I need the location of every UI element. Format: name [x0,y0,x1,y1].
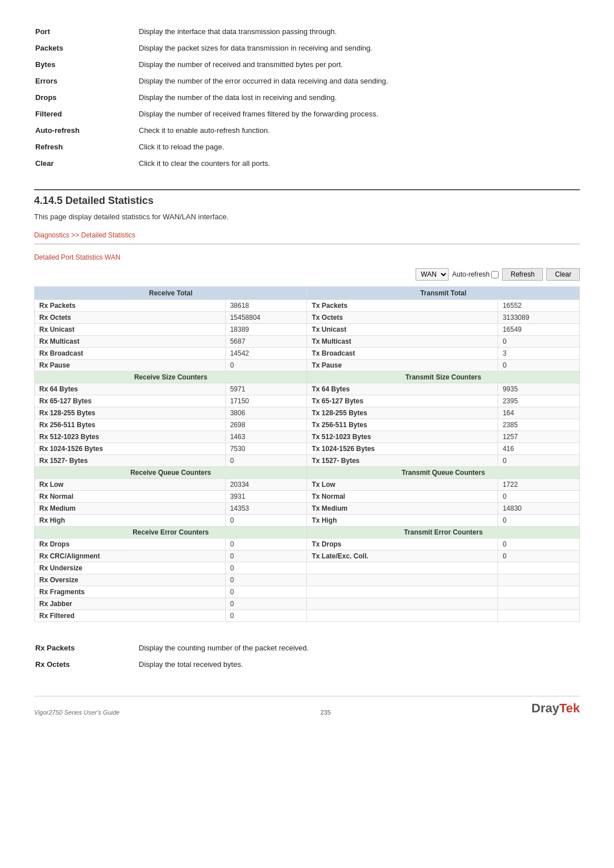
rx-val: 0 [225,574,307,586]
footer-page-number: 235 [320,709,330,716]
term: Refresh [35,139,138,155]
brand-dray: Dray [532,701,559,715]
rx-label: Rx Multicast [35,336,226,348]
rx-label: Rx Unicast [35,324,226,336]
section-description: This page display detailed statistics fo… [34,212,580,221]
tx-label [307,598,498,610]
desc: Display the packet sizes for data transm… [139,40,579,56]
rx-label: Rx Jabber [35,598,226,610]
table-row: Rx Oversize0 [35,574,580,586]
rx-val: 14353 [225,503,307,515]
rx-val: 18389 [225,324,307,336]
tx-label: Tx Late/Exc. Coll. [307,550,498,562]
rx-val: 3931 [225,491,307,503]
term: Port [35,24,138,39]
description-row: BytesDisplay the number of received and … [35,57,579,72]
tx-val [498,598,580,610]
tx-label: Tx Pause [307,360,498,372]
term: Rx Packets [35,640,138,656]
footer: Vigor2750 Series User's Guide 235 DrayTe… [34,696,580,716]
tx-val: 3 [498,348,580,360]
stats-table: Receive TotalTransmit TotalRx Packets386… [34,286,580,622]
table-row: Rx Low20334Tx Low1722 [35,479,580,491]
panel-label: Detailed Port Statistics WAN [34,253,580,261]
tx-val: 0 [498,515,580,527]
rx-label: Rx Drops [35,539,226,550]
table-row: Rx Broadcast14542Tx Broadcast3 [35,348,580,360]
rx-val: 0 [225,539,307,550]
table-row: Rx 128-255 Bytes3806Tx 128-255 Bytes164 [35,407,580,419]
rx-val: 5971 [225,383,307,395]
tx-label: Tx Low [307,479,498,491]
rx-label: Rx CRC/Alignment [35,550,226,562]
table-row: Rx Fragments0 [35,586,580,598]
tx-label: Tx 128-255 Bytes [307,407,498,419]
term: Auto-refresh [35,123,138,138]
tx-label: Tx Normal [307,491,498,503]
auto-refresh-text: Auto-refresh [452,270,489,278]
rx-val: 3806 [225,407,307,419]
rx-label: Rx Oversize [35,574,226,586]
port-select[interactable]: WANLAN [416,268,449,281]
tx-label [307,610,498,622]
rx-label: Rx Octets [35,312,226,324]
clear-button[interactable]: Clear [546,268,580,281]
rx-val: 14542 [225,348,307,360]
tx-label: Tx 65-127 Bytes [307,395,498,407]
tx-label: Tx Broadcast [307,348,498,360]
description-row: ErrorsDisplay the number of the error oc… [35,73,579,89]
table-row: Rx 65-127 Bytes17150Tx 65-127 Bytes2395 [35,395,580,407]
table-row: Rx 64 Bytes5971Tx 64 Bytes9935 [35,383,580,395]
rx-val: 7530 [225,443,307,455]
term: Clear [35,156,138,171]
bottom-desc-row: Rx OctetsDisplay the total received byte… [35,657,579,672]
table-row: Rx Jabber0 [35,598,580,610]
description-row: FilteredDisplay the number of received f… [35,106,579,122]
rx-val: 20334 [225,479,307,491]
auto-refresh-checkbox[interactable] [491,271,499,278]
table-row: Rx Multicast5687Tx Multicast0 [35,336,580,348]
rx-val: 17150 [225,395,307,407]
term: Packets [35,40,138,56]
description-table: PortDisplay the interface that data tran… [34,23,580,172]
brand-logo: DrayTek [532,701,580,716]
tx-val: 2395 [498,395,580,407]
tx-label [307,562,498,574]
rx-val: 0 [225,586,307,598]
tx-val: 14830 [498,503,580,515]
stats-subheader-row: Receive Size CountersTransmit Size Count… [35,372,580,383]
section-title: 4.14.5 Detailed Statistics [34,189,580,207]
tx-val: 0 [498,539,580,550]
tx-label: Tx Medium [307,503,498,515]
tx-val: 416 [498,443,580,455]
tx-subheader: Transmit Queue Counters [307,467,580,479]
tx-val: 164 [498,407,580,419]
rx-val: 5687 [225,336,307,348]
description-row: ClearClick it to clear the counters for … [35,156,579,171]
stats-subheader-row: Receive Error CountersTransmit Error Cou… [35,527,580,539]
rx-label: Rx Filtered [35,610,226,622]
footer-left: Vigor2750 Series User's Guide [34,709,119,716]
rx-val: 0 [225,550,307,562]
description-row: PacketsDisplay the packet sizes for data… [35,40,579,56]
table-row: Rx High0Tx High0 [35,515,580,527]
tx-val [498,610,580,622]
refresh-button[interactable]: Refresh [502,268,543,281]
rx-label: Rx Packets [35,300,226,312]
section-title-text: 4.14.5 Detailed Statistics [34,195,154,206]
description-row: PortDisplay the interface that data tran… [35,24,579,39]
tx-label: Tx Multicast [307,336,498,348]
tx-val: 1257 [498,431,580,443]
rx-label: Rx 1527- Bytes [35,455,226,467]
tx-val: 9935 [498,383,580,395]
rx-label: Rx Broadcast [35,348,226,360]
rx-label: Rx Low [35,479,226,491]
desc: Display the number of received frames fi… [139,106,579,122]
tx-label [307,586,498,598]
tx-val: 0 [498,491,580,503]
rx-label: Rx Undersize [35,562,226,574]
table-row: Rx 1024-1526 Bytes7530Tx 1024-1526 Bytes… [35,443,580,455]
tx-val: 1722 [498,479,580,491]
table-row: Rx Medium14353Tx Medium14830 [35,503,580,515]
rx-subheader: Receive Queue Counters [35,467,307,479]
